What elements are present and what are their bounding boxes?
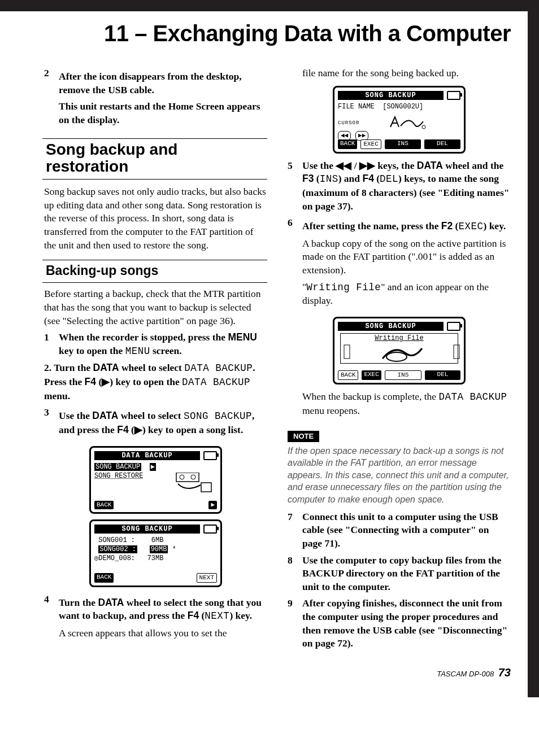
step2-text: 2. Turn the DATA wheel to select DATA BA… [44, 361, 267, 403]
step-number: 8 [288, 554, 295, 594]
svg-rect-3 [201, 483, 211, 492]
step8-text: Use the computer to copy backup files fr… [302, 554, 511, 594]
note-label: NOTE [288, 431, 319, 442]
paragraph: Before starting a backup, check that the… [44, 287, 267, 327]
battery-icon [203, 451, 217, 460]
step6-text: After setting the name, press the F2 (EX… [302, 216, 511, 311]
paragraph: Song backup saves not only audio tracks,… [44, 185, 267, 252]
left-column: 2 After the icon disappears from the des… [44, 63, 267, 680]
lcd-filename-edit: SONG BACKUP FILE NAME [SONG002U] CURSOR … [333, 86, 466, 154]
right-column: file name for the song being backed up. … [288, 63, 511, 680]
step2-text1: After the icon disappears from the deskt… [59, 70, 267, 97]
step2-text2: This unit restarts and the Home Screen a… [59, 100, 267, 126]
step-number: 9 [288, 597, 295, 650]
step-number: 4 [44, 593, 52, 644]
battery-icon [203, 525, 217, 534]
battery-icon [447, 91, 460, 100]
cursor-squiggle-icon [364, 115, 426, 130]
step-number: 1 [44, 331, 52, 358]
continuation-text: file name for the song being backed up. [302, 67, 511, 80]
lcd-data-backup-menu: DATA BACKUP SONG BACKUP ▶ SONG RESTORE B… [89, 446, 222, 514]
chapter-title: 11 – Exchanging Data with a Computer [44, 21, 511, 46]
svg-point-1 [180, 475, 184, 479]
svg-point-4 [422, 125, 425, 129]
paragraph: When the backup is complete, the DATA BA… [302, 390, 511, 417]
step-number: 3 [44, 406, 52, 440]
page-footer: TASCAM DP-008 73 [288, 665, 511, 680]
step9-text: After copying finishes, disconnect the u… [302, 597, 511, 650]
lcd-writing-file: SONG BACKUP Writing File BACK EXEC IN [333, 317, 466, 384]
step5-text: Use the ◀◀ / ▶▶ keys, the DATA wheel and… [302, 159, 511, 213]
tape-icon [175, 473, 215, 495]
writing-icon [343, 343, 462, 363]
battery-icon [447, 322, 460, 331]
step7-text: Connect this unit to a computer using th… [302, 510, 511, 550]
svg-point-2 [191, 475, 195, 479]
step-number: 5 [288, 159, 295, 213]
step-number: 6 [288, 216, 295, 311]
section-heading: Song backup and restoration [42, 138, 267, 180]
svg-rect-6 [454, 345, 459, 359]
columns: 2 After the icon disappears from the des… [44, 63, 511, 680]
step-number: 7 [288, 510, 295, 550]
lcd-song-list: SONG BACKUP SONG001 : 6MB SONG002 : 90MB… [89, 519, 222, 587]
svg-point-7 [386, 352, 407, 361]
step3-text: Use the DATA wheel to select SONG BACKUP… [59, 406, 267, 440]
note-text: If the open space necessary to back-up a… [288, 445, 511, 506]
step1-text: When the recorder is stopped, press the … [59, 331, 267, 358]
step4-text: Turn the DATA wheel to select the song t… [59, 593, 267, 644]
svg-rect-5 [344, 345, 350, 359]
subsection-heading: Backing-up songs [42, 260, 267, 283]
step-number: 2 [44, 67, 52, 130]
